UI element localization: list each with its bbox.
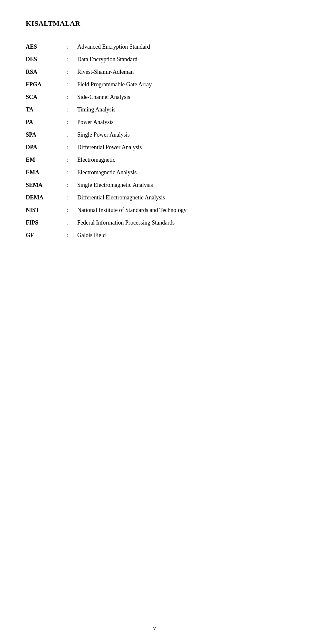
- abbreviation-row: FPGA:Field Programmable Gate Array: [26, 78, 283, 91]
- abbreviation-definition: Rivest-Shamir-Adleman: [77, 66, 283, 78]
- abbreviation-definition: Data Encryption Standard: [77, 53, 283, 66]
- abbreviation-colon: :: [64, 191, 77, 204]
- page-title: KISALTMALAR: [26, 19, 283, 28]
- abbreviation-row: DEMA:Differential Electromagnetic Analys…: [26, 191, 283, 204]
- abbreviations-table: AES:Advanced Encryption StandardDES:Data…: [26, 41, 283, 242]
- abbreviation-definition: Galois Field: [77, 229, 283, 242]
- abbreviation-term: SCA: [26, 91, 64, 103]
- abbreviation-definition: Federal Information Processing Standards: [77, 216, 283, 229]
- abbreviation-term: SPA: [26, 129, 64, 141]
- abbreviation-colon: :: [64, 66, 77, 78]
- abbreviation-colon: :: [64, 229, 77, 242]
- abbreviation-definition: Timing Analysis: [77, 103, 283, 116]
- abbreviation-colon: :: [64, 91, 77, 103]
- abbreviation-term: EMA: [26, 166, 64, 179]
- abbreviation-definition: Side-Channel Analysis: [77, 91, 283, 103]
- abbreviation-definition: Power Analysis: [77, 116, 283, 129]
- abbreviation-definition: Electromagnetic Analysis: [77, 166, 283, 179]
- abbreviation-colon: :: [64, 103, 77, 116]
- abbreviation-row: DES:Data Encryption Standard: [26, 53, 283, 66]
- abbreviation-row: EM:Electromagnetic: [26, 154, 283, 166]
- abbreviation-term: FPGA: [26, 78, 64, 91]
- abbreviation-definition: Differential Power Analysis: [77, 141, 283, 154]
- abbreviation-row: AES:Advanced Encryption Standard: [26, 41, 283, 53]
- abbreviation-row: SPA:Single Power Analysis: [26, 129, 283, 141]
- abbreviation-term: SEMA: [26, 179, 64, 191]
- abbreviation-definition: Electromagnetic: [77, 154, 283, 166]
- abbreviation-colon: :: [64, 116, 77, 129]
- abbreviation-term: NIST: [26, 204, 64, 216]
- abbreviation-definition: Advanced Encryption Standard: [77, 41, 283, 53]
- abbreviation-definition: Field Programmable Gate Array: [77, 78, 283, 91]
- abbreviation-term: FIPS: [26, 216, 64, 229]
- abbreviation-row: PA:Power Analysis: [26, 116, 283, 129]
- abbreviation-term: DES: [26, 53, 64, 66]
- abbreviation-term: DPA: [26, 141, 64, 154]
- page-footer: v: [0, 625, 309, 631]
- abbreviation-row: DPA:Differential Power Analysis: [26, 141, 283, 154]
- abbreviation-row: FIPS:Federal Information Processing Stan…: [26, 216, 283, 229]
- abbreviation-term: EM: [26, 154, 64, 166]
- abbreviation-colon: :: [64, 166, 77, 179]
- abbreviation-colon: :: [64, 41, 77, 53]
- abbreviation-row: NIST:National Institute of Standards and…: [26, 204, 283, 216]
- abbreviation-row: SEMA:Single Electromagnetic Analysis: [26, 179, 283, 191]
- abbreviation-row: SCA:Side-Channel Analysis: [26, 91, 283, 103]
- abbreviation-colon: :: [64, 204, 77, 216]
- abbreviation-row: EMA:Electromagnetic Analysis: [26, 166, 283, 179]
- abbreviation-row: TA:Timing Analysis: [26, 103, 283, 116]
- abbreviation-term: RSA: [26, 66, 64, 78]
- abbreviation-term: TA: [26, 103, 64, 116]
- abbreviation-colon: :: [64, 129, 77, 141]
- abbreviation-definition: National Institute of Standards and Tech…: [77, 204, 283, 216]
- abbreviation-colon: :: [64, 216, 77, 229]
- abbreviation-definition: Single Power Analysis: [77, 129, 283, 141]
- abbreviation-colon: :: [64, 179, 77, 191]
- abbreviation-row: GF:Galois Field: [26, 229, 283, 242]
- abbreviation-colon: :: [64, 154, 77, 166]
- abbreviation-term: AES: [26, 41, 64, 53]
- abbreviation-term: DEMA: [26, 191, 64, 204]
- abbreviation-colon: :: [64, 141, 77, 154]
- abbreviation-term: GF: [26, 229, 64, 242]
- abbreviation-colon: :: [64, 78, 77, 91]
- abbreviation-term: PA: [26, 116, 64, 129]
- abbreviation-definition: Single Electromagnetic Analysis: [77, 179, 283, 191]
- abbreviation-definition: Differential Electromagnetic Analysis: [77, 191, 283, 204]
- abbreviation-row: RSA:Rivest-Shamir-Adleman: [26, 66, 283, 78]
- abbreviation-colon: :: [64, 53, 77, 66]
